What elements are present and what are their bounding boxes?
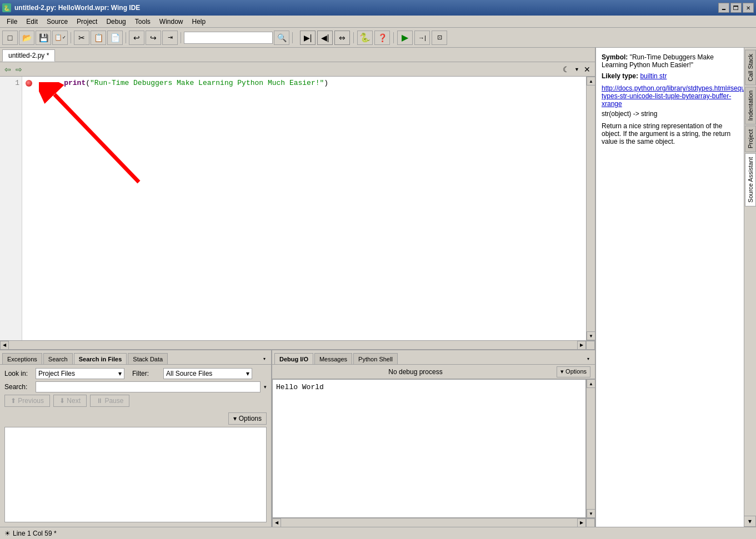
debug-panel-content: No debug process ▾ Options Hello World ▲… <box>272 365 595 527</box>
str-signature: str(object) -> string <box>602 110 738 118</box>
python-button[interactable]: 🐍 <box>357 31 373 45</box>
redo-button[interactable]: ↪ <box>146 31 161 45</box>
look-in-dropdown[interactable]: Project Files ▾ <box>36 368 124 379</box>
debug-options-button[interactable]: ▾ Options <box>557 366 590 377</box>
menu-file[interactable]: File <box>2 17 22 27</box>
tab-python-shell[interactable]: Python Shell <box>353 353 398 364</box>
editor-nav-row: ⇦ ⇨ ☾ ▼ ✕ <box>0 62 595 77</box>
debug-back-button[interactable]: ◀| <box>317 31 333 45</box>
menu-edit[interactable]: Edit <box>22 17 42 27</box>
previous-button[interactable]: ⬆ Previous <box>4 395 50 407</box>
tab-messages[interactable]: Messages <box>314 353 352 364</box>
scroll-down-button[interactable]: ▼ <box>587 331 595 340</box>
editor-and-bottom: untitled-2.py * ⇦ ⇨ ☾ ▼ ✕ <box>0 48 595 527</box>
search-input[interactable] <box>184 32 273 44</box>
menu-window[interactable]: Window <box>155 17 188 27</box>
minimize-button[interactable]: 🗕 <box>718 3 729 13</box>
center-and-right: untitled-2.py * ⇦ ⇨ ☾ ▼ ✕ <box>0 48 756 527</box>
window-title: untitled-2.py: HelloWorld.wpr: Wing IDE <box>14 4 140 12</box>
menu-source[interactable]: Source <box>42 17 72 27</box>
scroll-right-button[interactable]: ▶ <box>577 341 586 350</box>
debug-toolbar-bar: No debug process ▾ Options <box>272 365 595 379</box>
vtab-project[interactable]: Project <box>745 125 756 152</box>
search-files-input[interactable] <box>36 381 261 392</box>
moon-icon[interactable]: ☾ <box>563 65 570 74</box>
new-file-button[interactable]: □ <box>2 31 18 45</box>
forward-nav-button[interactable]: ⇨ <box>16 65 22 74</box>
filter-dropdown[interactable]: All Source Files ▾ <box>163 368 252 379</box>
tab-debug-io[interactable]: Debug I/O <box>274 353 313 364</box>
menu-project[interactable]: Project <box>72 17 102 27</box>
left-panel-tabs: Exceptions Search Search in Files Stack … <box>0 350 271 365</box>
docs-link[interactable]: http://docs.python.org/library/stdtypes.… <box>602 84 738 108</box>
title-controls[interactable]: 🗕 🗖 ✕ <box>718 3 754 13</box>
run-continue-button[interactable]: ▶ <box>397 31 413 45</box>
editor-tab-untitled2[interactable]: untitled-2.py * <box>2 49 55 62</box>
save-button[interactable]: 💾 <box>36 31 51 45</box>
close-button[interactable]: ✕ <box>743 3 754 13</box>
editor-split: untitled-2.py * ⇦ ⇨ ☾ ▼ ✕ <box>0 48 595 349</box>
open-file-button[interactable]: 📂 <box>19 31 34 45</box>
vtab-source-assistant[interactable]: Source Assistant <box>745 153 756 206</box>
toolbar-separator-2 <box>126 32 126 43</box>
debug-scroll-up[interactable]: ▲ <box>587 379 595 388</box>
back-nav-button[interactable]: ⇦ <box>4 65 11 74</box>
debug-output[interactable]: Hello World <box>272 379 586 518</box>
search-input-dropdown[interactable]: ▾ <box>264 384 267 390</box>
save-all-button[interactable]: 📋✓ <box>52 31 68 45</box>
right-panel-dropdown[interactable]: ▾ <box>584 353 593 364</box>
undo-button[interactable]: ↩ <box>129 31 144 45</box>
debug-run-button[interactable]: ▶| <box>300 31 316 45</box>
editor-vscrollbar[interactable]: ▲ ▼ <box>586 77 595 340</box>
cut-button[interactable]: ✂ <box>74 31 89 45</box>
menu-debug[interactable]: Debug <box>102 17 130 27</box>
tab-exceptions[interactable]: Exceptions <box>2 353 42 364</box>
toolbar-separator-4 <box>292 32 293 43</box>
look-in-arrow: ▾ <box>118 370 122 377</box>
menu-tools[interactable]: Tools <box>131 17 155 27</box>
search-results-area[interactable] <box>4 427 267 522</box>
vtab-indentation[interactable]: Indentation <box>745 87 756 124</box>
search-button[interactable]: 🔍 <box>274 31 289 45</box>
stop-button[interactable]: ⊡ <box>432 31 447 45</box>
tab-search-in-files[interactable]: Search in Files <box>74 353 127 364</box>
side-panel-symbol-label: Symbol: "Run-Time Debuggers Make Learnin… <box>602 53 738 69</box>
breakpoint-marker <box>26 80 32 87</box>
dropdown-arrow[interactable]: ▼ <box>574 67 579 72</box>
code-area[interactable]: print("Run-Time Debuggers Make Learning … <box>22 77 586 340</box>
scroll-track-h[interactable] <box>9 342 577 348</box>
help-button[interactable]: ❓ <box>374 31 390 45</box>
scroll-track-v[interactable] <box>587 85 595 331</box>
paste-button[interactable]: 📄 <box>107 31 123 45</box>
likely-type-label: Likely type: <box>602 72 638 80</box>
scroll-left-button[interactable]: ◀ <box>0 341 9 350</box>
debug-scroll-track[interactable] <box>587 388 595 509</box>
side-panel-bottom-dropdown[interactable]: ▾ <box>744 516 756 527</box>
code-line-1: print("Run-Time Debuggers Make Learning … <box>36 79 582 87</box>
options-button[interactable]: ▾ Options <box>228 412 267 425</box>
left-panel-dropdown[interactable]: ▾ <box>260 353 269 364</box>
scroll-up-button[interactable]: ▲ <box>587 77 595 85</box>
toolbar-separator-6 <box>393 32 394 43</box>
next-button[interactable]: ⬇ Next <box>53 395 87 407</box>
debug-scroll-left[interactable]: ◀ <box>272 518 281 527</box>
filter-value: All Source Files <box>166 370 212 377</box>
menu-help[interactable]: Help <box>188 17 211 27</box>
vtab-call-stack[interactable]: Call Stack <box>745 50 756 85</box>
tab-stack-data[interactable]: Stack Data <box>128 353 168 364</box>
debug-scroll-down[interactable]: ▼ <box>587 509 595 518</box>
close-editor-button[interactable]: ✕ <box>584 65 590 74</box>
code-text-1: print("Run-Time Debuggers Make Learning … <box>47 79 328 87</box>
debug-vscrollbar[interactable]: ▲ ▼ <box>586 379 595 518</box>
copy-button[interactable]: 📋 <box>91 31 106 45</box>
menu-bar: File Edit Source Project Debug Tools Win… <box>0 16 756 28</box>
debug-step-button[interactable]: ⇔ <box>334 31 350 45</box>
tab-search[interactable]: Search <box>43 353 73 364</box>
debug-scroll-track-h[interactable] <box>281 520 577 526</box>
symbol-label: Symbol: <box>602 53 628 61</box>
maximize-button[interactable]: 🗖 <box>730 3 742 13</box>
pause-button[interactable]: ⏸ Pause <box>90 395 129 407</box>
step-into-button[interactable]: →| <box>414 31 430 45</box>
debug-scroll-right[interactable]: ▶ <box>577 518 586 527</box>
indent-button[interactable]: ⇥ <box>162 31 178 45</box>
